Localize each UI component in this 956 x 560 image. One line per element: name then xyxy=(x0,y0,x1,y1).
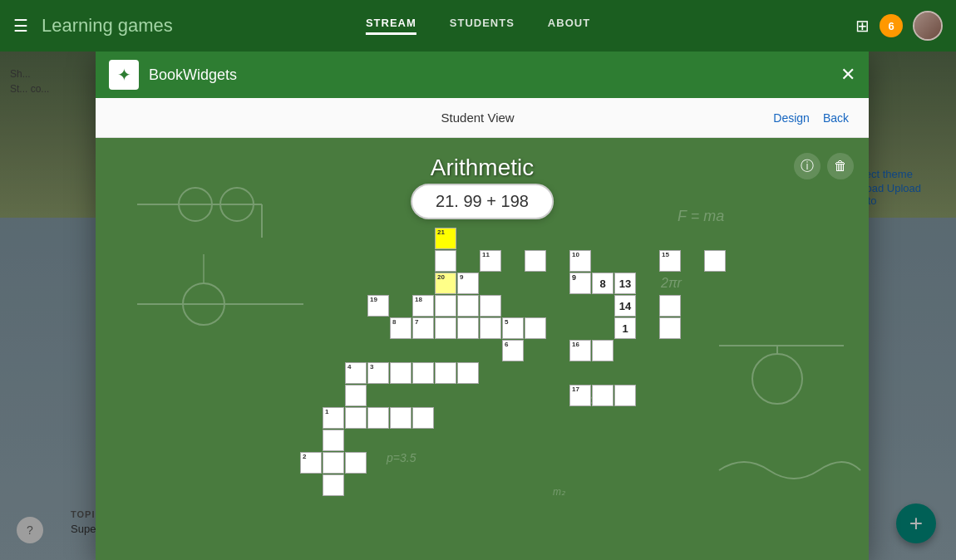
crossword-cell-blank26[interactable] xyxy=(345,385,367,406)
crossword-cell-blank17[interactable] xyxy=(457,362,479,384)
crossword-cell-17[interactable]: 17 xyxy=(569,385,591,406)
crossword-cell-blank22[interactable] xyxy=(390,407,411,429)
modal-subheader: Student View Design Back xyxy=(96,98,869,138)
notification-badge[interactable]: 6 xyxy=(880,14,903,37)
crossword-cell-blank21[interactable] xyxy=(367,407,389,429)
crossword-cell-9b[interactable]: 9 xyxy=(569,273,591,294)
crossword-cell-blank2[interactable] xyxy=(525,250,546,272)
crossword-cell-1b[interactable]: 1 xyxy=(614,317,636,339)
trash-icon: 🗑 xyxy=(834,159,847,174)
crossword-cell-blank16[interactable] xyxy=(435,362,456,384)
crossword-cell-blank6[interactable] xyxy=(435,295,456,317)
crossword-cell-blank1[interactable] xyxy=(435,250,456,272)
crossword-cell-6[interactable]: 6 xyxy=(502,340,524,361)
info-icon: ⓘ xyxy=(801,158,814,175)
crossword-cell-8b[interactable]: 8 xyxy=(592,273,614,294)
trash-icon-button[interactable]: 🗑 xyxy=(827,153,854,179)
crossword-cell-blank10[interactable] xyxy=(457,317,479,339)
crossword-cell-blank5[interactable] xyxy=(659,317,681,339)
main-nav: STREAM STUDENTS ABOUT xyxy=(366,17,590,35)
crossword-cell-8[interactable]: 8 xyxy=(390,317,411,339)
bookwidgets-modal: ✦ BookWidgets ✕ Student View Design Back xyxy=(96,52,869,560)
modal-header: ✦ BookWidgets ✕ xyxy=(96,52,869,98)
crossword-cell-16[interactable]: 16 xyxy=(569,340,591,361)
back-link[interactable]: Back xyxy=(823,111,849,125)
crossword-cell-blank27[interactable] xyxy=(323,430,344,451)
crossword-cell-blank13[interactable] xyxy=(592,340,614,361)
nav-stream[interactable]: STREAM xyxy=(366,17,416,35)
crossword-cell-blank14[interactable] xyxy=(390,362,411,384)
modal-action-icons: ⓘ 🗑 xyxy=(794,153,854,179)
design-link[interactable]: Design xyxy=(773,111,810,125)
topbar: ☰ Learning games STREAM STUDENTS ABOUT ⊞… xyxy=(0,0,956,52)
modal-close-button[interactable]: ✕ xyxy=(840,66,855,84)
crossword-cell-blank8[interactable] xyxy=(480,295,501,317)
crossword-cell-19[interactable]: 19 xyxy=(367,295,389,317)
crossword-cell-13[interactable]: 13 xyxy=(614,273,636,294)
crossword-cell-blank28[interactable] xyxy=(323,474,344,496)
avatar[interactable] xyxy=(913,11,943,41)
info-icon-button[interactable]: ⓘ xyxy=(794,153,820,179)
crossword-cell-blank4[interactable] xyxy=(659,295,681,317)
question-text: 21. 99 + 198 xyxy=(436,192,529,210)
crossword-cell-10[interactable]: 10 xyxy=(569,250,591,272)
crossword-cell-18[interactable]: 18 xyxy=(412,295,434,317)
crossword-cell-blank12[interactable] xyxy=(525,317,546,339)
crossword-cell-4[interactable]: 4 xyxy=(345,362,367,384)
crossword-cell-9[interactable]: 9 xyxy=(457,273,479,294)
crossword-cell-blank9[interactable] xyxy=(435,317,456,339)
question-bubble: 21. 99 + 198 xyxy=(411,184,554,219)
bookwidgets-logo: ✦ xyxy=(109,60,139,90)
crossword-area: F = ma 2πr p=3.5 m₂ V₀C Arithmetic ⓘ xyxy=(96,138,869,560)
crossword-cell-20[interactable]: 20 xyxy=(435,273,456,294)
nav-about[interactable]: ABOUT xyxy=(548,17,590,35)
crossword-cell-1[interactable]: 1 xyxy=(323,407,344,429)
crossword-cell-3[interactable]: 3 xyxy=(367,362,389,384)
crossword-cell-blank20[interactable] xyxy=(345,407,367,429)
crossword-cell-blank25[interactable] xyxy=(345,452,367,474)
menu-icon[interactable]: ☰ xyxy=(13,16,28,36)
crossword-cell-15[interactable]: 15 xyxy=(659,250,681,272)
logo-icon: ✦ xyxy=(117,65,131,85)
crossword-cell-blank11[interactable] xyxy=(480,317,501,339)
crossword-cell-blank19[interactable] xyxy=(614,385,636,406)
crossword-cell-2[interactable]: 2 xyxy=(300,452,322,474)
crossword-cell-blank7[interactable] xyxy=(457,295,479,317)
crossword-cell-7[interactable]: 7 xyxy=(412,317,434,339)
topbar-right: ⊞ 6 xyxy=(855,11,943,41)
crossword-cell-blank15[interactable] xyxy=(412,362,434,384)
crossword-cell-14[interactable]: 14 xyxy=(614,295,636,317)
modal-title: BookWidgets xyxy=(149,66,237,84)
crossword-cell-blank3[interactable] xyxy=(704,250,726,272)
student-view-label: Student View xyxy=(182,111,773,125)
crossword-cell-blank23[interactable] xyxy=(412,407,434,429)
app-title: Learning games xyxy=(42,15,173,37)
crossword-cell-5[interactable]: 5 xyxy=(502,317,524,339)
crossword-cell-11[interactable]: 11 xyxy=(480,250,501,272)
nav-students[interactable]: STUDENTS xyxy=(450,17,515,35)
crossword-cell-blank18[interactable] xyxy=(592,385,614,406)
crossword-cell-blank24[interactable] xyxy=(323,452,344,474)
crossword-title: Arithmetic xyxy=(431,155,534,181)
grid-icon[interactable]: ⊞ xyxy=(855,16,870,36)
page-background: Sh... St... co... Select theme Upload Up… xyxy=(0,52,956,560)
crossword-cell-21[interactable]: 21 xyxy=(435,228,456,249)
